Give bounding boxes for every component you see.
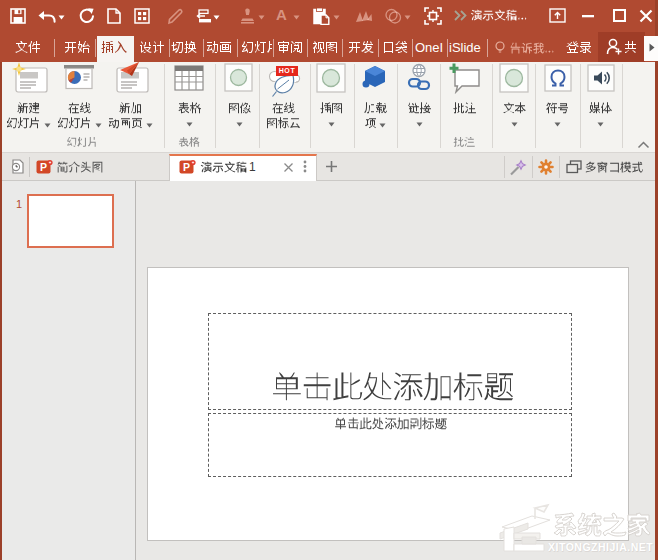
svg-text:P: P (183, 161, 190, 173)
svg-text:P: P (40, 161, 47, 173)
